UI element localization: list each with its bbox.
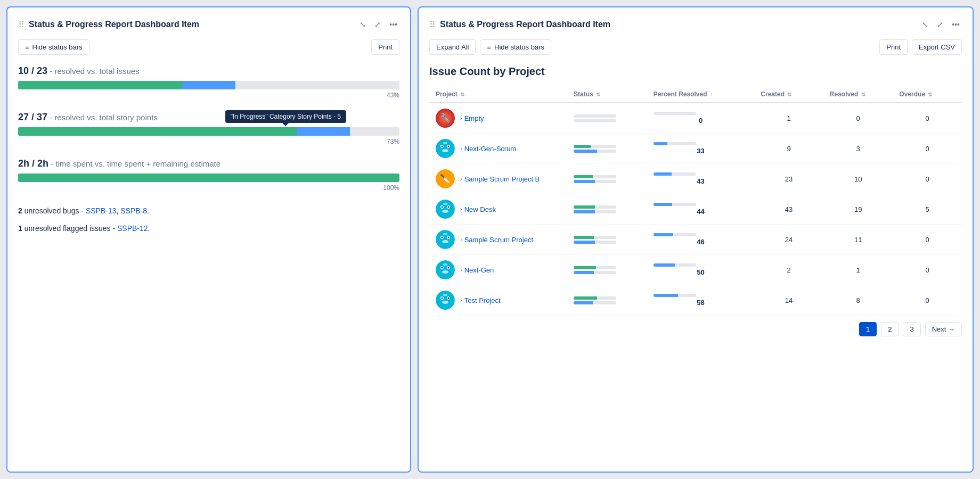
page-2-button[interactable]: 2 [881,322,899,336]
col-percent-resolved[interactable]: Percent Resolved ↑ [647,86,755,103]
time-progress-green [18,174,399,182]
issues-table: Project ⇅ Status ⇅ Percent Resolved ↑ Cr… [429,86,962,316]
project-name-sample-scrum-b[interactable]: › Sample Scrum Project B [460,175,540,183]
svg-point-33 [436,291,455,310]
col-project[interactable]: Project ⇅ [429,86,567,103]
bugs-label: unresolved bugs - [24,207,86,215]
chevron-icon-new-desk: › [460,206,462,212]
issues-progress-track [18,81,399,89]
svg-point-30 [448,267,450,269]
more-button-left[interactable]: ••• [387,18,399,31]
pagination-area: 1 2 3 Next → [429,316,962,336]
project-cell-new-desk: › New Desk [429,194,567,225]
svg-text:🔧: 🔧 [440,113,451,123]
project-name-new-desk[interactable]: › New Desk [460,205,496,213]
svg-point-17 [442,210,448,213]
minimize-button-right[interactable]: ⤡ [920,18,930,31]
bugs-link-2[interactable]: SSPB-8 [120,207,147,215]
page-3-button[interactable]: 3 [903,322,920,336]
sort-status-icon: ⇅ [596,92,600,97]
expand-all-button[interactable]: Expand All [429,39,476,55]
next-page-button[interactable]: Next → [925,322,962,336]
project-cell-sample-scrum-b: 🔪 › Sample Scrum Project B [429,164,567,194]
project-cell-sample-scrum: › Sample Scrum Project [429,225,567,255]
col-created[interactable]: Created ⇅ [754,86,823,103]
svg-point-12 [436,200,455,219]
sort-overdue-icon: ⇅ [928,92,932,97]
status-cell-sample-scrum-b [567,164,647,194]
hide-status-bars-button-right[interactable]: ≡ Hide status bars [480,39,551,55]
created-cell-test-project: 14 [754,285,823,316]
svg-point-31 [442,270,448,274]
bugs-link-1[interactable]: SSPB-13 [86,207,117,215]
sort-percent-icon: ↑ [710,92,713,97]
status-bar-blue-empty [574,119,616,122]
project-name-next-gen[interactable]: › Next-Gen [460,266,494,274]
flagged-count: 1 [18,224,22,233]
status-cell-next-gen-scrum [567,134,647,164]
story-points-progress-label: 73% [18,138,399,145]
right-panel-header: ⠿ Status & Progress Report Dashboard Ite… [429,18,962,31]
resolved-cell-sample-scrum-b: 10 [823,164,893,194]
left-panel-title: Status & Progress Report Dashboard Item [29,20,199,29]
page-1-button[interactable]: 1 [859,322,877,336]
drag-handle-right[interactable]: ⠿ [429,20,436,30]
status-bar-green-sample-scrum [574,236,616,239]
more-button-right[interactable]: ••• [950,18,962,31]
left-dashboard-panel: ⠿ Status & Progress Report Dashboard Ite… [6,6,411,473]
flagged-link-1[interactable]: SSPB-12 [117,224,148,233]
table-row: › Next-Gen 50 2 1 [429,255,962,285]
drag-handle-left[interactable]: ⠿ [18,20,24,30]
table-body: 🔧 › Empty [429,103,962,316]
hide-status-bars-button-left[interactable]: ≡ Hide status bars [18,39,89,55]
minimize-button-left[interactable]: ⤡ [357,18,368,31]
created-cell-sample-scrum: 24 [754,225,823,255]
print-button-right[interactable]: Print [879,39,908,55]
col-status[interactable]: Status ⇅ [567,86,647,103]
resolved-cell-test-project: 8 [823,285,893,316]
section-title: Issue Count by Project [429,65,962,78]
percent-num-sample-scrum: 46 [654,238,748,246]
svg-point-19 [436,230,455,249]
col-overdue[interactable]: Overdue ⇅ [893,86,962,103]
status-bar-blue-next-gen [574,271,616,274]
status-bar-green-sample-scrum-b [574,175,616,178]
percent-cell-next-gen-scrum: 33 [647,134,755,164]
overdue-cell-sample-scrum: 0 [893,225,962,255]
table-row: › Next-Gen-Scrum 33 9 [429,134,962,164]
right-panel-actions: ⤡ ⤢ ••• [920,18,962,31]
left-toolbar: ≡ Hide status bars Print [18,39,399,55]
percent-cell-test-project: 58 [647,285,755,316]
expand-button-right[interactable]: ⤢ [935,18,945,31]
chevron-icon-next-gen-scrum: › [460,145,462,152]
svg-rect-25 [443,233,447,235]
percent-num-sample-scrum-b: 43 [654,177,748,185]
issues-resolved-count: 10 / 23 [18,65,47,76]
resolved-cell-next-gen: 1 [823,255,893,285]
status-bar-blue-sample-scrum [574,241,616,244]
status-bar-green-next-gen-scrum [574,145,616,148]
project-name-next-gen-scrum[interactable]: › Next-Gen-Scrum [460,145,516,153]
created-cell-sample-scrum-b: 23 [754,164,823,194]
svg-rect-32 [443,263,447,266]
table-row: › New Desk 44 43 1 [429,194,962,225]
percent-cell-next-gen: 50 [647,255,755,285]
chevron-icon-test-project: › [460,297,462,303]
export-csv-button[interactable]: Export CSV [912,39,962,55]
project-name-sample-scrum[interactable]: › Sample Scrum Project [460,236,533,244]
project-avatar-sample-scrum [436,230,455,249]
col-resolved[interactable]: Resolved ⇅ [823,86,893,103]
issues-progress-blue [182,81,235,89]
time-description: - time spent vs. time spent + remaining … [51,159,220,168]
project-name-test-project[interactable]: › Test Project [460,296,501,304]
right-panel-title: Status & Progress Report Dashboard Item [440,20,610,29]
svg-point-38 [442,301,448,304]
sort-created-icon: ⇅ [787,92,791,97]
percent-cell-sample-scrum: 46 [647,225,755,255]
project-name-empty[interactable]: › Empty [460,114,484,122]
percent-num-next-gen-scrum: 33 [654,147,748,155]
percent-cell-sample-scrum-b: 43 [647,164,755,194]
print-button-left[interactable]: Print [371,39,399,55]
table-row: 🔪 › Sample Scrum Project B [429,164,962,194]
expand-button-left[interactable]: ⤢ [372,18,383,31]
